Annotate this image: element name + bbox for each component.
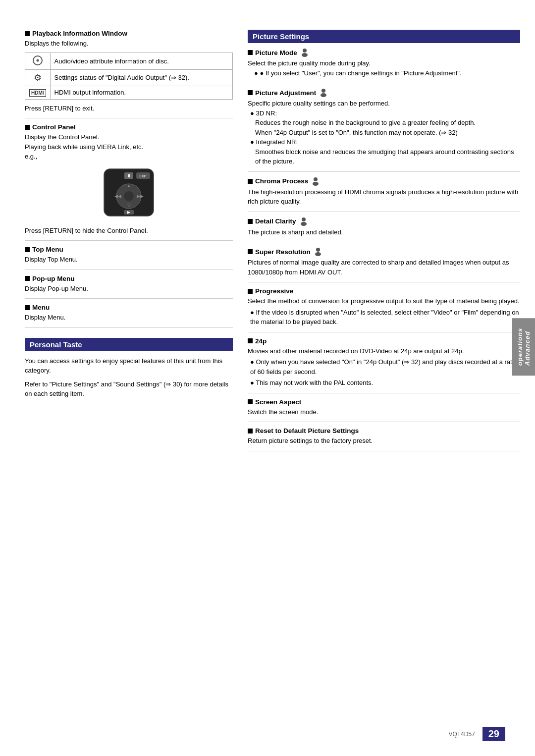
- press-return-text: Press [RETURN] to exit.: [25, 104, 233, 113]
- control-panel-heading: Control Panel: [25, 123, 233, 131]
- chroma-process-section: Chroma Process The high-resolution proce…: [248, 177, 520, 212]
- disc-icon: [33, 55, 43, 65]
- svg-point-22: [315, 252, 321, 256]
- picture-mode-heading: Picture Mode: [248, 48, 520, 57]
- detail-clarity-section: Detail Clarity The picture is sharp and …: [248, 217, 520, 243]
- picture-adjustment-section: Picture Adjustment Specific picture qual…: [248, 88, 520, 172]
- svg-text:▲: ▲: [127, 183, 131, 188]
- table-row: Audio/video attribute information of dis…: [25, 53, 233, 69]
- detail-clarity-text: The picture is sharp and detailed.: [248, 227, 520, 237]
- svg-text:▶: ▶: [127, 210, 131, 215]
- picture-mode-text1: Select the picture quality mode during p…: [248, 58, 520, 68]
- gear-icon-cell: ⚙: [25, 69, 51, 86]
- press-return-hide: Press [RETURN] to hide the Control Panel…: [25, 226, 233, 236]
- playback-intro: Displays the following.: [25, 39, 233, 49]
- black-square-icon: [25, 276, 30, 281]
- personal-taste-para1: You can access settings to enjoy special…: [25, 356, 233, 376]
- svg-text:⏸: ⏸: [127, 173, 131, 178]
- picture-adj-inr-desc: Smoothes block noise and reduces the smu…: [248, 147, 520, 166]
- page-number: 29: [482, 727, 505, 741]
- screen-aspect-heading: Screen Aspect: [248, 398, 520, 406]
- menu-section: Menu Display Menu.: [25, 304, 233, 328]
- control-panel-line1: Display the Control Panel.: [25, 132, 233, 142]
- screen-aspect-text: Switch the screen mode.: [248, 407, 520, 417]
- black-square-icon: [248, 50, 253, 55]
- reset-picture-text: Return picture settings to the factory p…: [248, 436, 520, 446]
- page-footer: VQT4D57 29: [448, 727, 505, 741]
- 24p-bullet1: ● Only when you have selected "On" in "2…: [248, 357, 520, 377]
- personal-taste-para2: Refer to "Picture Settings" and "Sound S…: [25, 379, 233, 399]
- black-square-icon: [248, 429, 253, 433]
- 24p-bullet2: ● This may not work with the PAL content…: [248, 378, 520, 388]
- 24p-heading: 24p: [248, 337, 520, 345]
- svg-point-21: [316, 248, 320, 252]
- menu-heading: Menu: [25, 304, 233, 311]
- hdmi-badge: HDMI: [29, 89, 46, 97]
- picture-adj-3dnr-desc2: When "24p Output" is set to "On", this f…: [248, 128, 520, 138]
- 24p-text1: Movies and other material recorded on DV…: [248, 346, 520, 356]
- picture-settings-heading: Picture Settings: [248, 30, 520, 43]
- top-menu-heading: Top Menu: [25, 246, 233, 253]
- hdmi-icon-cell: HDMI: [25, 86, 51, 99]
- black-square-icon: [25, 305, 30, 310]
- svg-point-16: [321, 93, 326, 97]
- black-square-icon: [25, 31, 30, 36]
- playback-section: Playback Information Window Displays the…: [25, 30, 233, 118]
- person-icon: [315, 247, 321, 256]
- screen-aspect-section: Screen Aspect Switch the screen mode.: [248, 398, 520, 423]
- picture-adj-3dnr: ● 3D NR:: [248, 108, 520, 118]
- control-panel-diagram: EXIT ⏸ ▲ ▽ ◀◀ ▶▶ ▶: [25, 166, 233, 221]
- chroma-process-heading: Chroma Process: [248, 177, 520, 186]
- sidebar-tab: operations Advanced: [512, 318, 535, 376]
- disc-info-text: Audio/video attribute information of dis…: [50, 53, 232, 69]
- svg-point-6: [124, 191, 134, 201]
- picture-adj-text1: Specific picture quality settings can be…: [248, 99, 520, 108]
- black-square-icon: [25, 125, 30, 130]
- super-resolution-section: Super Resolution Pictures of normal imag…: [248, 247, 520, 282]
- disc-icon-cell: [25, 53, 51, 69]
- svg-point-17: [314, 177, 318, 181]
- chroma-process-text: The high-resolution processing of HDMI c…: [248, 187, 520, 207]
- progressive-section: Progressive Select the method of convers…: [248, 287, 520, 332]
- top-menu-text: Display Top Menu.: [25, 255, 233, 265]
- popup-menu-text: Display Pop-up Menu.: [25, 284, 233, 294]
- svg-text:▽: ▽: [127, 203, 131, 208]
- table-row: ⚙ Settings status of "Digital Audio Outp…: [25, 69, 233, 86]
- control-panel-section: Control Panel Display the Control Panel.…: [25, 123, 233, 241]
- svg-point-13: [303, 49, 307, 53]
- reset-picture-section: Reset to Default Picture Settings Return…: [248, 427, 520, 451]
- popup-menu-section: Pop-up Menu Display Pop-up Menu.: [25, 275, 233, 299]
- progressive-bullet: ● If the video is disrupted when "Auto" …: [248, 308, 520, 327]
- black-square-icon: [248, 289, 253, 294]
- svg-point-14: [302, 53, 308, 57]
- detail-clarity-heading: Detail Clarity: [248, 217, 520, 226]
- svg-point-15: [321, 89, 325, 93]
- picture-adj-inr: ● Integrated NR:: [248, 137, 520, 147]
- control-panel-eg: e.g.,: [25, 152, 233, 162]
- top-menu-section: Top Menu Display Top Menu.: [25, 246, 233, 270]
- hdmi-info-text: HDMI output information.: [50, 86, 232, 99]
- black-square-icon: [248, 179, 253, 184]
- table-row: HDMI HDMI output information.: [25, 86, 233, 99]
- picture-adjustment-heading: Picture Adjustment: [248, 88, 520, 97]
- control-panel-line2: Playing back while using VIERA Link, etc…: [25, 142, 233, 152]
- gear-info-text: Settings status of "Digital Audio Output…: [50, 69, 232, 86]
- super-resolution-text: Pictures of normal image quality are cor…: [248, 258, 520, 277]
- black-square-icon: [248, 338, 253, 343]
- black-square-icon: [248, 399, 253, 404]
- gear-icon: ⚙: [34, 73, 42, 83]
- picture-mode-bullet: ● If you select "User", you can change s…: [253, 68, 520, 78]
- svg-point-19: [302, 217, 306, 221]
- black-square-icon: [25, 247, 30, 252]
- person-icon: [312, 177, 319, 186]
- black-square-icon: [248, 219, 253, 224]
- popup-menu-heading: Pop-up Menu: [25, 275, 233, 282]
- left-column: Playback Information Window Displays the…: [25, 30, 233, 456]
- svg-text:▶▶: ▶▶: [137, 194, 144, 199]
- picture-mode-section: Picture Mode Select the picture quality …: [248, 48, 520, 83]
- black-square-icon: [248, 90, 253, 95]
- progressive-text1: Select the method of conversion for prog…: [248, 296, 520, 306]
- reset-picture-heading: Reset to Default Picture Settings: [248, 427, 520, 434]
- info-table: Audio/video attribute information of dis…: [25, 53, 233, 100]
- super-resolution-heading: Super Resolution: [248, 247, 520, 256]
